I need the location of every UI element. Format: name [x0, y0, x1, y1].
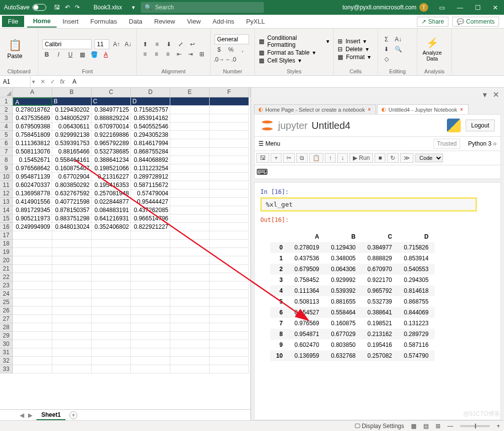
cell[interactable] [13, 348, 52, 357]
select-all-corner[interactable] [0, 88, 13, 97]
cell[interactable] [52, 365, 92, 373]
cell[interactable] [170, 256, 210, 265]
row-header[interactable]: 24 [0, 290, 13, 298]
tab-home[interactable]: Home [27, 15, 57, 28]
align-middle-icon[interactable]: ≡ [153, 40, 161, 49]
cell[interactable]: 0.670970014 [92, 123, 131, 131]
cell[interactable] [52, 281, 92, 290]
cell[interactable] [210, 131, 249, 139]
cell[interactable] [52, 323, 92, 332]
cell[interactable] [210, 215, 249, 223]
sheet-nav-prev-icon[interactable]: ◀ [20, 412, 24, 419]
row-header[interactable]: 21 [0, 265, 13, 273]
cell[interactable] [170, 273, 210, 281]
decrease-decimal-icon[interactable]: ←.0 [226, 55, 235, 64]
cell[interactable]: 0.758451809 [13, 131, 52, 139]
undo-icon[interactable]: ↶ [65, 4, 70, 11]
row-header[interactable]: 20 [0, 256, 13, 265]
currency-icon[interactable]: $ [215, 45, 223, 54]
cell[interactable]: 0.965792289 [92, 139, 131, 148]
cell[interactable] [170, 323, 210, 332]
cell[interactable] [13, 340, 52, 348]
row-header[interactable]: 6 [0, 139, 13, 148]
tab-pyxll[interactable]: PyXLL [240, 16, 271, 27]
cell[interactable] [170, 198, 210, 206]
normal-view-icon[interactable]: ▦ [411, 423, 416, 430]
cell[interactable]: 0.348005297 [52, 114, 92, 123]
cell[interactable] [92, 290, 131, 298]
cell[interactable] [170, 340, 210, 348]
cell[interactable]: 0.587115672 [131, 181, 170, 189]
cell[interactable]: 0.558464161 [52, 156, 92, 164]
cell[interactable]: D [131, 97, 170, 106]
row-header[interactable]: 11 [0, 181, 13, 189]
cell[interactable]: 0.715825757 [131, 106, 170, 114]
cell[interactable] [131, 323, 170, 332]
comma-icon[interactable]: , [238, 45, 247, 54]
cell[interactable]: 0.868755284 [131, 148, 170, 156]
row-header[interactable]: 33 [0, 365, 13, 373]
cell[interactable]: 0.111363812 [13, 139, 52, 148]
restart-icon[interactable]: ↻ [387, 153, 399, 163]
notebook-title[interactable]: Untitled4 [312, 120, 350, 131]
cell[interactable] [13, 298, 52, 307]
cell[interactable]: 0.905211973 [13, 215, 52, 223]
cell[interactable]: 0.084883191 [92, 206, 131, 215]
cell[interactable] [210, 256, 249, 265]
cell[interactable] [170, 248, 210, 256]
sheet-tab[interactable]: Sheet1 [36, 410, 65, 420]
column-header[interactable]: D [131, 88, 170, 97]
cell[interactable] [170, 156, 210, 164]
save-notebook-icon[interactable]: 🖫 [256, 153, 269, 163]
cell[interactable] [210, 248, 249, 256]
cell[interactable]: 0.294305238 [131, 131, 170, 139]
minimize-icon[interactable]: — [451, 4, 469, 11]
tab-addins[interactable]: Add-ins [207, 16, 240, 27]
row-header[interactable]: 1 [0, 97, 13, 106]
cell[interactable] [131, 357, 170, 365]
cell[interactable] [210, 148, 249, 156]
cell[interactable] [210, 173, 249, 181]
cell[interactable] [170, 148, 210, 156]
cell[interactable] [210, 357, 249, 365]
cell[interactable] [170, 97, 210, 106]
logout-button[interactable]: Logout [466, 120, 495, 131]
cell[interactable] [210, 198, 249, 206]
format-cells-button[interactable]: ▦ Format ▾ [338, 54, 374, 61]
cell[interactable]: B [52, 97, 92, 106]
tab-review[interactable]: Review [148, 16, 181, 27]
cell[interactable] [92, 315, 131, 323]
cell[interactable] [52, 332, 92, 340]
cell[interactable]: 0.407721598 [52, 198, 92, 206]
row-header[interactable]: 3 [0, 114, 13, 123]
cell[interactable] [13, 365, 52, 373]
search-box[interactable]: 🔍 Search [141, 2, 264, 13]
cell[interactable]: 0.06430611 [52, 123, 92, 131]
cell[interactable] [210, 189, 249, 198]
fastforward-icon[interactable]: ≫ [400, 153, 413, 163]
cell[interactable] [131, 298, 170, 307]
cell[interactable]: 0.532738685 [92, 148, 131, 156]
cell[interactable] [92, 357, 131, 365]
jupyter-tab-notebook[interactable]: ◐Untitled4 - Jupyter Notebook× [377, 104, 468, 114]
number-format-input[interactable] [215, 34, 249, 44]
cell[interactable] [210, 290, 249, 298]
sheet-nav-next-icon[interactable]: ▶ [28, 412, 32, 419]
align-center-icon[interactable]: ≡ [152, 50, 160, 59]
cell[interactable] [13, 273, 52, 281]
cell[interactable] [92, 273, 131, 281]
cell[interactable] [92, 240, 131, 248]
celltype-select[interactable]: Code [415, 154, 443, 162]
cell[interactable]: 0.278018762 [13, 106, 52, 114]
cell[interactable]: 0.848013024 [52, 223, 92, 231]
zoom-slider[interactable] [460, 425, 490, 427]
cell[interactable]: 0.814617994 [131, 139, 170, 148]
cell[interactable] [170, 315, 210, 323]
cell[interactable] [170, 281, 210, 290]
cell[interactable] [13, 265, 52, 273]
row-header[interactable]: 28 [0, 323, 13, 332]
cell[interactable] [170, 215, 210, 223]
cell-styles-button[interactable]: ▦ Cell Styles ▾ [259, 57, 329, 64]
enter-formula-icon[interactable]: ✓ [50, 78, 55, 85]
comments-button[interactable]: 💬Comments [452, 17, 499, 27]
